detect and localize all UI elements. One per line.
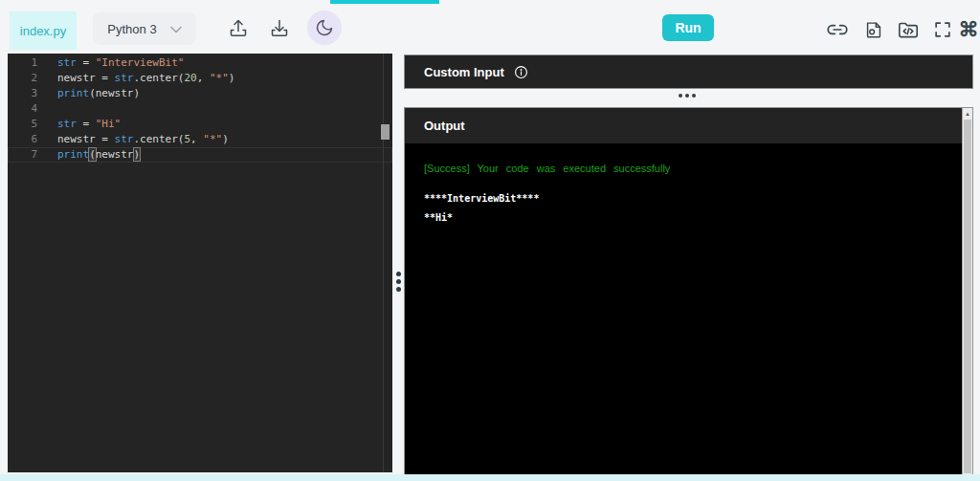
output-line: ****InterviewBit**** (424, 189, 943, 208)
save-file-icon (863, 19, 884, 40)
code-line-6: 6newstr = str.center(5, "*") (8, 132, 392, 147)
scrollbar-up-arrow[interactable]: ▲ (963, 108, 972, 120)
download-icon (268, 17, 291, 40)
output-scrollbar-thumb[interactable] (964, 120, 971, 473)
output-panel: Output [Success] Your code was executed … (404, 107, 973, 475)
top-toolbar: index.py Python 3 Run (0, 0, 980, 54)
moon-icon (315, 18, 334, 37)
code-line-2: 2newstr = str.center(20, "*") (8, 71, 392, 86)
link-icon (825, 17, 850, 42)
file-tab-label: index.py (20, 24, 66, 38)
custom-input-header[interactable]: Custom Input (404, 55, 973, 89)
code-editor[interactable]: 1str = "InterviewBit"2newstr = str.cente… (8, 54, 392, 163)
code-line-7: 7print(newstr) (8, 147, 392, 163)
text-cursor (140, 148, 141, 160)
folder-code-icon (896, 17, 921, 42)
line-number: 4 (8, 101, 50, 117)
fullscreen-button[interactable] (930, 17, 955, 42)
save-button[interactable] (861, 17, 886, 42)
code-text: newstr = str.center(5, "*") (50, 132, 229, 147)
code-line-5: 5str = "Hi" (8, 117, 392, 132)
editor-scrollbar-thumb[interactable] (381, 124, 390, 140)
code-line-1: 1str = "InterviewBit" (8, 55, 392, 71)
output-console: [Success] Your code was executed success… (405, 143, 962, 474)
code-text: print(newstr) (50, 147, 141, 163)
embed-code-button[interactable] (896, 17, 921, 42)
fullscreen-icon (932, 19, 953, 40)
run-button[interactable]: Run (662, 14, 714, 41)
line-number: 1 (8, 55, 50, 71)
program-output-text: ****InterviewBit******Hi* (424, 189, 943, 228)
line-number: 5 (8, 117, 50, 132)
execution-status-message: [Success] Your code was executed success… (424, 163, 943, 174)
language-select-value: Python 3 (107, 22, 156, 36)
line-number: 2 (8, 71, 50, 86)
panel-resize-handle-vertical[interactable] (395, 272, 401, 295)
editor-scrollbar[interactable] (383, 54, 392, 472)
output-header: Output (405, 108, 962, 143)
bottom-accent-strip (0, 474, 980, 481)
info-icon[interactable] (514, 65, 528, 79)
file-tab-index-py[interactable]: index.py (10, 11, 77, 50)
code-text: newstr = str.center(20, "*") (50, 71, 234, 86)
output-main: Output [Success] Your code was executed … (405, 108, 962, 474)
code-line-3: 3print(newstr) (8, 86, 392, 101)
line-number: 3 (8, 86, 50, 101)
io-panel: Custom Input Output [Success] Your code … (404, 55, 973, 475)
code-text: print(newstr) (50, 86, 140, 101)
output-line: **Hi* (424, 208, 943, 228)
share-link-button[interactable] (825, 17, 850, 42)
language-select[interactable]: Python 3 (93, 12, 196, 45)
code-text: str = "InterviewBit" (50, 55, 184, 71)
code-line-4: 4 (8, 101, 392, 117)
chevron-down-icon (170, 26, 182, 33)
code-text: str = "Hi" (50, 117, 121, 132)
code-editor-panel[interactable]: 1str = "InterviewBit"2newstr = str.cente… (8, 54, 392, 472)
output-label: Output (424, 119, 465, 133)
custom-input-label: Custom Input (424, 65, 504, 79)
keyboard-shortcuts-button[interactable]: ⌘ (957, 17, 980, 42)
line-number: 6 (8, 132, 50, 147)
panel-resize-handle-horizontal[interactable] (679, 92, 696, 99)
upload-icon (227, 17, 250, 40)
line-number: 7 (8, 147, 50, 163)
output-scrollbar[interactable]: ▲ (962, 108, 972, 474)
code-text (50, 101, 57, 117)
command-icon: ⌘ (959, 18, 979, 41)
dark-mode-toggle[interactable] (307, 11, 342, 45)
download-code-button[interactable] (267, 16, 292, 41)
upload-code-button[interactable] (226, 16, 251, 41)
